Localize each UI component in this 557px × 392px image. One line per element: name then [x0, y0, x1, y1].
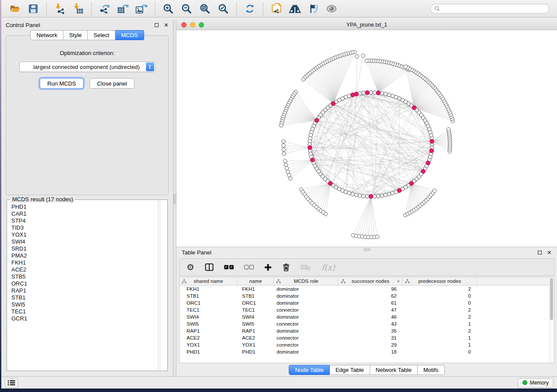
network-view-canvas[interactable] — [176, 30, 557, 247]
table-cell: connector — [274, 335, 339, 340]
table-scrollbar-thumb[interactable] — [550, 278, 553, 320]
zoom-selected-button[interactable] — [215, 2, 231, 16]
import-table-button[interactable] — [70, 2, 86, 16]
table-cell: ORC1 — [180, 300, 238, 306]
column-header-predecessor-nodes[interactable]: predecessor nodes — [403, 277, 477, 285]
float-table-panel-icon[interactable] — [538, 251, 542, 254]
network-search-field[interactable] — [430, 4, 549, 14]
show-eye-button[interactable] — [324, 2, 339, 16]
mcds-result-item[interactable]: TEC1 — [11, 308, 163, 315]
export-network-button[interactable] — [97, 2, 113, 16]
table-row[interactable]: FKH1FKH1dominator962 — [180, 285, 554, 292]
table-body: FKH1FKH1dominator962STB1STB1dominator620… — [180, 285, 554, 355]
search-input[interactable] — [440, 6, 545, 12]
deselect-all-icon[interactable] — [244, 261, 254, 274]
run-mcds-button[interactable]: Run MCDS — [40, 78, 83, 89]
optimization-criterion-dropdown[interactable]: largest connected component (undirected)… — [19, 62, 156, 72]
table-tab-motifs[interactable]: Motifs — [418, 365, 445, 375]
table-cell: dominator — [274, 286, 339, 292]
table-row[interactable]: RAP1RAP1dominator352 — [180, 327, 554, 334]
mcds-result-item[interactable]: STB1 — [11, 294, 163, 301]
table-row[interactable]: ORC1ORC1dominator610 — [180, 299, 554, 306]
select-all-icon[interactable]: ✓✓ — [224, 261, 234, 274]
table-row[interactable]: PHD1PHD1dominator180 — [180, 348, 554, 355]
mcds-result-list[interactable]: PHD1CAR1STP4TID3YOX1SWI4SRD1PMA2FKH1ACE2… — [7, 200, 167, 371]
refresh-icon — [244, 3, 256, 14]
table-scrollbar[interactable] — [549, 277, 554, 363]
export-table-button[interactable] — [115, 2, 131, 16]
mcds-result-item[interactable]: YOX1 — [11, 231, 163, 238]
table-row[interactable]: STB1STB1dominator620 — [180, 292, 554, 299]
export-image-button[interactable] — [134, 2, 149, 16]
mcds-result-item[interactable]: GCR1 — [11, 315, 163, 322]
column-layout-icon[interactable] — [205, 261, 214, 274]
mcds-result-item[interactable]: CAR1 — [11, 210, 163, 217]
mcds-result-item[interactable]: RAP1 — [11, 287, 163, 294]
table-row[interactable]: SWI4SWI4dominator462 — [180, 313, 554, 320]
network-graph[interactable] — [176, 30, 557, 247]
dominator-node — [369, 194, 373, 199]
table-cell: 47 — [339, 307, 403, 313]
dominator-node — [315, 118, 319, 123]
table-tab-edge-table[interactable]: Edge Table — [330, 365, 370, 375]
vertical-splitter[interactable] — [173, 20, 176, 376]
tab-mcds[interactable]: MCDS — [115, 30, 144, 40]
tab-style[interactable]: Style — [63, 30, 88, 40]
table-tab-network-table[interactable]: Network Table — [370, 365, 418, 375]
save-session-button[interactable] — [25, 2, 41, 16]
task-history-button[interactable] — [5, 378, 18, 388]
window-close-button[interactable] — [181, 22, 187, 28]
import-network-button[interactable] — [52, 2, 68, 16]
table-tab-node-table[interactable]: Node Table — [289, 365, 330, 375]
zoom-in-button[interactable] — [160, 2, 176, 16]
mcds-result-item[interactable]: SWI5 — [11, 301, 163, 308]
refresh-button[interactable] — [242, 2, 258, 16]
column-header-successor-nodes[interactable]: successor nodes∨ — [339, 277, 403, 285]
tab-network[interactable]: Network — [30, 30, 63, 40]
table-row[interactable]: TEC1TEC1connector472 — [180, 306, 554, 313]
float-panel-icon[interactable] — [155, 23, 159, 27]
close-panel-button[interactable]: Close panel — [90, 78, 135, 89]
horizontal-splitter-grip[interactable] — [363, 248, 370, 251]
settings-gear-icon[interactable]: ⚙ — [187, 261, 194, 274]
mcds-result-item[interactable]: STP4 — [11, 217, 163, 224]
clone-network-button[interactable] — [269, 2, 284, 16]
open-session-button[interactable] — [7, 2, 23, 16]
mcds-result-item[interactable]: FKH1 — [11, 259, 163, 266]
close-panel-icon[interactable]: ✕ — [164, 22, 169, 28]
window-minimize-button[interactable] — [190, 22, 195, 28]
mcds-result-item[interactable]: SWI4 — [11, 238, 163, 245]
network-window-titlebar[interactable]: YPA_prune.txt_1 — [176, 20, 557, 30]
mcds-result-item[interactable]: SRD1 — [11, 245, 163, 252]
mcds-result-item[interactable]: STB5 — [11, 273, 163, 280]
dropdown-stepper-icon: ▲▼ — [146, 62, 154, 71]
mcds-result-item[interactable]: PHD1 — [11, 203, 163, 210]
table-cell: ACE2 — [238, 335, 274, 340]
add-column-icon[interactable] — [264, 261, 272, 274]
table-row[interactable]: YOX1YOX1connector291 — [180, 341, 554, 348]
table-cell: SWI4 — [238, 314, 274, 320]
mcds-result-item[interactable]: ACE2 — [11, 266, 163, 273]
table-cell: 2 — [403, 314, 477, 320]
splitter-grip[interactable] — [173, 194, 176, 204]
mcds-result-item[interactable]: TID3 — [11, 224, 163, 231]
column-header-shared-name[interactable]: shared name — [180, 277, 238, 285]
tab-select[interactable]: Select — [88, 30, 115, 40]
hide-flag-button[interactable] — [305, 2, 321, 16]
mcds-result-item[interactable]: PMA2 — [11, 252, 163, 259]
search-network-button[interactable] — [287, 2, 303, 16]
window-zoom-button[interactable] — [199, 22, 204, 28]
memory-button[interactable]: Memory — [518, 378, 554, 388]
column-header-MCDS-role[interactable]: MCDS role — [274, 277, 339, 285]
column-header-name[interactable]: name — [238, 277, 274, 285]
delete-column-icon[interactable] — [282, 261, 290, 274]
table-row[interactable]: ACE2ACE2connector311 — [180, 334, 554, 341]
mcds-result-item[interactable]: ORC1 — [11, 280, 163, 287]
import-table-icon — [73, 3, 84, 14]
zoom-fit-button[interactable] — [197, 2, 213, 16]
result-list-scrollbar[interactable] — [158, 200, 161, 370]
node-table[interactable]: shared namenameMCDS rolesuccessor nodes∨… — [179, 277, 554, 363]
close-table-panel-icon[interactable]: ✕ — [547, 250, 552, 255]
table-row[interactable]: SWI5SWI5connector431 — [180, 320, 554, 327]
zoom-out-button[interactable] — [179, 2, 194, 16]
